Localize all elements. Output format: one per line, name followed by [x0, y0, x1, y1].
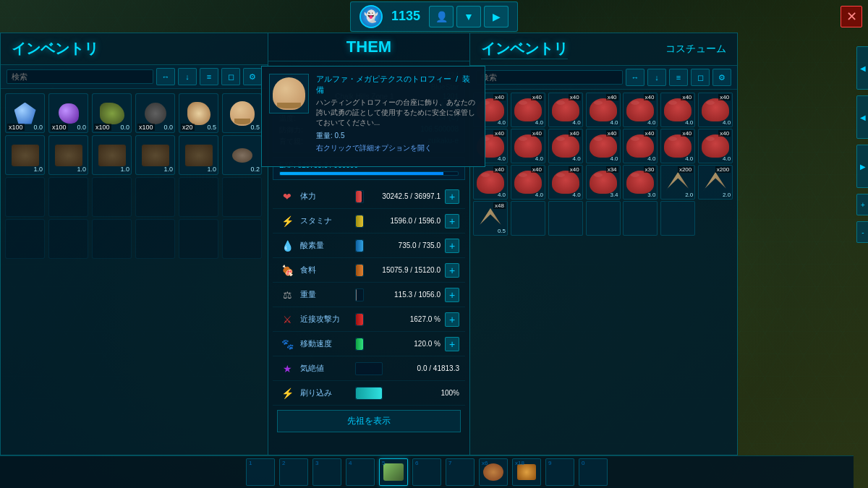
r-slot-19[interactable]: x2002.0 — [660, 165, 695, 200]
r-slot-empty-4[interactable] — [660, 201, 695, 236]
melee-fill — [356, 314, 363, 325]
inv-slot-11[interactable]: 0.2 — [222, 135, 262, 175]
inv-slot-10[interactable]: 1.0 — [179, 135, 218, 175]
r-slot-2[interactable]: x404.0 — [548, 93, 583, 127]
inv-slot-20[interactable] — [92, 219, 132, 259]
r-slot-empty-0[interactable] — [511, 201, 545, 236]
r-slot-11[interactable]: x404.0 — [623, 129, 658, 163]
hotbar-slot-1[interactable]: 1 — [246, 458, 275, 486]
hp-plus-btn[interactable]: + — [445, 189, 459, 204]
hp-value: 30242.5 / 36997.1 — [368, 192, 441, 200]
inv-slot-17[interactable] — [222, 177, 262, 217]
r-slot-20[interactable]: x2002.0 — [698, 165, 733, 200]
hotbar-slot-x6[interactable]: x6 — [479, 458, 508, 486]
hotbar-slot-7[interactable]: 7 — [446, 458, 475, 486]
right-tb-btn-5[interactable]: ⚙ — [712, 69, 731, 86]
r-slot-21[interactable]: x480.5 — [473, 201, 508, 236]
hotbar-slot-6[interactable]: 6 — [412, 458, 441, 486]
r-slot-empty-1[interactable] — [548, 201, 583, 236]
drop-btn[interactable]: ▼ — [456, 6, 481, 27]
food-label: 食料 — [300, 265, 351, 275]
melee-plus-btn[interactable]: + — [445, 312, 459, 327]
inv-slot-18[interactable] — [5, 219, 45, 259]
r-slot-4[interactable]: x404.0 — [623, 93, 658, 127]
inv-slot-12[interactable] — [5, 177, 45, 217]
r-slot-18[interactable]: x303.0 — [623, 165, 658, 200]
inv-slot-14[interactable] — [92, 177, 132, 217]
inv-slot-16[interactable] — [179, 177, 218, 217]
side-btn-3[interactable]: ▶ — [856, 145, 868, 188]
speed-plus-btn[interactable]: + — [445, 337, 459, 351]
action-btn[interactable]: ▶ — [484, 6, 509, 27]
inv-slot-23[interactable] — [222, 219, 262, 259]
inv-slot-15[interactable] — [135, 177, 175, 217]
stat-row-speed: 🐾 移動速度 120.0 % + — [273, 332, 465, 356]
inv-slot-4[interactable]: x20 0.5 — [179, 93, 218, 133]
hotbar-slot-9[interactable]: 9 — [545, 458, 574, 486]
oxygen-plus-btn[interactable]: + — [445, 239, 459, 253]
right-search-input[interactable] — [476, 70, 623, 85]
ancestor-button[interactable]: 先祖を表示 — [277, 410, 461, 432]
inv-slot-5[interactable]: 0.5 — [222, 93, 262, 133]
r-slot-empty-2[interactable] — [586, 201, 621, 236]
right-tb-btn-3[interactable]: ≡ — [669, 69, 688, 86]
r-slot-5[interactable]: x404.0 — [660, 93, 695, 127]
right-tb-btn-1[interactable]: ↔ — [626, 69, 644, 86]
r-slot-17[interactable]: x343.4 — [586, 165, 621, 200]
side-btn-5[interactable]: - — [856, 221, 868, 243]
side-btn-4[interactable]: + — [856, 194, 868, 215]
hotbar-slot-x18[interactable]: x18 — [512, 458, 541, 486]
left-tb-btn-1[interactable]: ↔ — [156, 68, 175, 85]
inv-slot-7[interactable]: 1.0 — [48, 135, 88, 175]
r-slot-10[interactable]: x404.0 — [586, 129, 621, 163]
inv-slot-9[interactable]: 1.0 — [135, 135, 175, 175]
inv-slot-19[interactable] — [48, 219, 88, 259]
left-tb-btn-4[interactable]: ◻ — [221, 68, 240, 85]
stamina-plus-btn[interactable]: + — [445, 214, 459, 228]
hotbar-slot-2[interactable]: 2 — [279, 458, 308, 486]
transfer-btn[interactable]: 👤 — [429, 6, 454, 27]
speed-value: 120.0 % — [368, 340, 441, 348]
r-slot-15[interactable]: x404.0 — [511, 165, 545, 200]
left-tb-btn-5[interactable]: ⚙ — [243, 68, 262, 85]
hotbar-slot-3[interactable]: 3 — [312, 458, 341, 486]
right-side-buttons: ◀ ◀ ▶ + - — [854, 43, 868, 246]
inv-slot-21[interactable] — [135, 219, 175, 259]
inv-slot-1[interactable]: x100 0.0 — [48, 93, 88, 133]
r-slot-3[interactable]: x404.0 — [586, 93, 621, 127]
hotbar-slot-5[interactable]: 5 — [379, 458, 408, 486]
inv-slot-13[interactable] — [48, 177, 88, 217]
close-button[interactable]: ✕ — [841, 6, 862, 27]
r-slot-12[interactable]: x404.0 — [660, 129, 695, 163]
right-tb-btn-4[interactable]: ◻ — [691, 69, 710, 86]
r-slot-1[interactable]: x404.0 — [511, 93, 545, 127]
tooltip-action[interactable]: 右クリックで詳細オプションを開く — [316, 143, 477, 153]
weight-plus-btn[interactable]: + — [445, 288, 459, 302]
left-tb-btn-3[interactable]: ≡ — [200, 68, 218, 85]
inv-slot-3[interactable]: x100 0.0 — [135, 93, 175, 133]
meat-icon-13 — [702, 134, 729, 158]
side-btn-1[interactable]: ◀ — [856, 46, 868, 90]
left-tb-btn-2[interactable]: ↓ — [178, 68, 197, 85]
speed-icon: 🐾 — [278, 335, 296, 353]
r-slot-6[interactable]: x404.0 — [698, 93, 733, 127]
hotbar-slot-0[interactable]: 0 — [579, 458, 608, 486]
melee-label: 近接攻撃力 — [300, 314, 351, 325]
food-plus-btn[interactable]: + — [445, 263, 459, 278]
r-slot-empty-3[interactable] — [623, 201, 658, 236]
inv-slot-2[interactable]: x100 0.0 — [92, 93, 132, 133]
right-tb-btn-2[interactable]: ↓ — [647, 69, 666, 86]
inv-slot-0[interactable]: x100 0.0 — [5, 93, 45, 133]
r-slot-13[interactable]: x404.0 — [698, 129, 733, 163]
r-slot-16[interactable]: x404.0 — [548, 165, 583, 200]
left-search-input[interactable] — [7, 69, 153, 84]
r-slot-9[interactable]: x404.0 — [548, 129, 583, 163]
inv-slot-6[interactable]: 1.0 — [5, 135, 45, 175]
r-slot-14[interactable]: x404.0 — [473, 165, 508, 200]
inv-slot-8[interactable]: 1.0 — [92, 135, 132, 175]
r-slot-8[interactable]: x404.0 — [511, 129, 545, 163]
meat-icon-3 — [590, 98, 617, 121]
side-btn-2[interactable]: ◀ — [856, 95, 868, 139]
hotbar-slot-4[interactable]: 4 — [346, 458, 375, 486]
inv-slot-22[interactable] — [179, 219, 218, 259]
